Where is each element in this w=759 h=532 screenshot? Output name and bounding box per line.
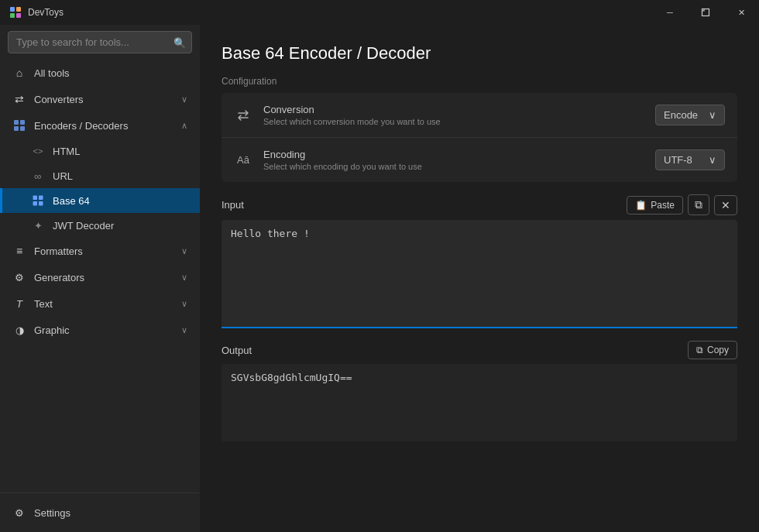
conversion-row: Conversion Select which conversion mode …	[222, 93, 737, 138]
output-value: SGVsbG8gdGhlcmUgIQ==	[222, 364, 737, 441]
graphic-chevron-icon: ∨	[181, 325, 187, 335]
minimize-button[interactable]: ─	[652, 0, 688, 25]
copy-icon: ⧉	[695, 198, 702, 211]
encoders-icon	[12, 118, 26, 132]
output-actions: ⧉ Copy	[688, 341, 737, 359]
search-input[interactable]	[8, 31, 192, 53]
svg-rect-6	[20, 120, 25, 125]
encoding-desc: Select which encoding do you want to use	[263, 162, 644, 171]
text-chevron-icon: ∨	[181, 299, 187, 309]
window-controls: ─ ✕	[652, 0, 759, 25]
svg-rect-5	[14, 120, 19, 125]
svg-rect-11	[33, 201, 38, 206]
graphic-icon: ◑	[12, 323, 26, 337]
sidebar-item-text[interactable]: T Text ∨	[0, 290, 200, 317]
encoders-chevron-icon: ∧	[181, 121, 187, 131]
config-panel: Conversion Select which conversion mode …	[222, 93, 737, 182]
paste-icon: 📋	[635, 200, 647, 211]
input-textarea[interactable]: Hello there !	[222, 220, 737, 328]
content-area: Base 64 Encoder / Decoder Configuration …	[200, 25, 759, 532]
graphic-label: Graphic	[34, 324, 173, 336]
generators-icon: ⚙	[12, 270, 26, 284]
base64-label: Base 64	[53, 195, 187, 207]
output-header: Output ⧉ Copy	[222, 341, 737, 359]
encoding-value: UTF-8	[664, 154, 692, 166]
formatters-icon: ≡	[12, 244, 26, 258]
maximize-button[interactable]	[688, 0, 723, 25]
sidebar-item-formatters[interactable]: ≡ Formatters ∨	[0, 238, 200, 264]
conversion-dropdown[interactable]: Encode ∨	[655, 105, 725, 125]
svg-rect-7	[14, 126, 19, 131]
all-tools-label: All tools	[34, 67, 187, 79]
conversion-chevron-icon: ∨	[709, 109, 716, 121]
conversion-value: Encode	[664, 109, 698, 121]
paste-button[interactable]: 📋 Paste	[627, 196, 683, 215]
conversion-icon	[234, 106, 252, 125]
sidebar-item-generators[interactable]: ⚙ Generators ∨	[0, 264, 200, 290]
jwt-label: JWT Decoder	[53, 220, 187, 232]
sidebar-item-html[interactable]: <> HTML	[0, 139, 200, 163]
conversion-title: Conversion	[263, 104, 644, 115]
formatters-chevron-icon: ∨	[181, 246, 187, 256]
text-label: Text	[34, 298, 173, 310]
converters-chevron-icon: ∨	[181, 94, 187, 105]
configuration-section: Configuration Conversion Select which co…	[222, 76, 737, 182]
sidebar-item-url[interactable]: ∞ URL	[0, 163, 200, 188]
encoding-chevron-icon: ∨	[709, 154, 716, 166]
html-icon: <>	[31, 144, 45, 158]
output-section: Output ⧉ Copy SGVsbG8gdGhlcmUgIQ==	[222, 341, 737, 441]
sidebar: 🔍 ⌂ All tools ⇄ Converters ∨	[0, 25, 200, 532]
search-box: 🔍	[8, 31, 192, 53]
generators-chevron-icon: ∨	[181, 273, 187, 283]
encoding-title: Encoding	[263, 149, 644, 160]
converters-icon: ⇄	[12, 92, 26, 106]
clear-button[interactable]: ✕	[714, 195, 737, 215]
encoding-row: Aā Encoding Select which encoding do you…	[222, 138, 737, 182]
copy-icon-output: ⧉	[696, 345, 703, 355]
encoders-label: Encoders / Decoders	[34, 120, 173, 132]
main-layout: 🔍 ⌂ All tools ⇄ Converters ∨	[0, 25, 759, 532]
svg-rect-4	[702, 9, 709, 16]
sidebar-footer: ⚙ Settings	[0, 493, 200, 532]
converters-label: Converters	[34, 94, 173, 105]
svg-rect-9	[33, 196, 38, 201]
jwt-icon: ✦	[31, 218, 45, 232]
sidebar-item-settings[interactable]: ⚙ Settings	[0, 499, 200, 526]
svg-rect-1	[16, 7, 21, 12]
app-title: DevToys	[28, 7, 64, 18]
sidebar-item-converters[interactable]: ⇄ Converters ∨	[0, 86, 200, 112]
input-header: Input 📋 Paste ⧉ ✕	[222, 194, 737, 215]
nav-list: ⌂ All tools ⇄ Converters ∨	[0, 60, 200, 493]
copy-icon-button[interactable]: ⧉	[688, 194, 709, 215]
sidebar-item-base64[interactable]: Base 64	[0, 188, 200, 213]
input-actions: 📋 Paste ⧉ ✕	[627, 194, 737, 215]
text-icon: T	[12, 297, 26, 311]
svg-rect-8	[20, 126, 25, 131]
formatters-label: Formatters	[34, 245, 173, 257]
input-section: Input 📋 Paste ⧉ ✕ Hello there !	[222, 194, 737, 328]
home-icon: ⌂	[12, 66, 26, 80]
base64-icon	[31, 194, 45, 208]
clear-icon: ✕	[721, 199, 730, 211]
url-label: URL	[53, 170, 187, 182]
titlebar-left: DevToys	[9, 6, 64, 19]
paste-label: Paste	[651, 200, 675, 211]
html-label: HTML	[53, 146, 187, 157]
svg-rect-3	[16, 13, 21, 18]
encoding-text: Encoding Select which encoding do you wa…	[263, 149, 644, 171]
close-button[interactable]: ✕	[723, 0, 759, 25]
sidebar-item-encoders-decoders[interactable]: Encoders / Decoders ∧	[0, 112, 200, 139]
output-label: Output	[222, 345, 252, 356]
svg-rect-12	[39, 201, 43, 206]
conversion-text: Conversion Select which conversion mode …	[263, 104, 644, 126]
encoding-dropdown[interactable]: UTF-8 ∨	[655, 149, 725, 170]
copy-button[interactable]: ⧉ Copy	[688, 341, 737, 359]
svg-rect-2	[10, 13, 15, 18]
sidebar-item-all-tools[interactable]: ⌂ All tools	[0, 60, 200, 86]
encoding-icon: Aā	[234, 151, 252, 170]
sidebar-item-graphic[interactable]: ◑ Graphic ∨	[0, 317, 200, 343]
url-icon: ∞	[31, 169, 45, 183]
sidebar-item-jwt-decoder[interactable]: ✦ JWT Decoder	[0, 213, 200, 238]
conversion-control: Encode ∨	[655, 105, 725, 125]
app-icon	[9, 6, 22, 19]
